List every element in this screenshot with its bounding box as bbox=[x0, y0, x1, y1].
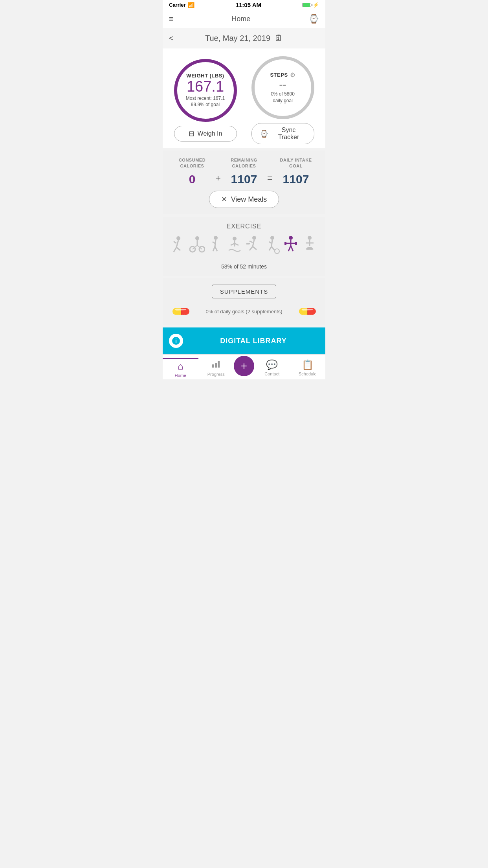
page-title: Home bbox=[231, 15, 250, 23]
remaining-calories-col: REMAININGCALORIES 1107 bbox=[221, 157, 267, 186]
steps-value: -- bbox=[279, 79, 286, 91]
carrier-label: Carrier bbox=[169, 2, 186, 8]
svg-line-3 bbox=[174, 247, 176, 252]
svg-line-29 bbox=[269, 242, 272, 243]
add-button[interactable]: + bbox=[234, 356, 254, 376]
nav-contact[interactable]: 💬 Contact bbox=[254, 359, 290, 376]
svg-point-27 bbox=[270, 236, 274, 240]
weight-circle: WEIGHT (LBS) 167.1 Most recent: 167.1 99… bbox=[174, 59, 237, 122]
weigh-in-label: Weigh In bbox=[198, 130, 222, 137]
gear-icon[interactable]: ⚙ bbox=[290, 71, 295, 79]
supplements-title: SUPPLEMENTS bbox=[212, 285, 277, 298]
pill-icon-right: 💊 bbox=[296, 300, 318, 322]
steps-circle: STEPS ⚙ -- 0% of 5800 daily goal bbox=[251, 56, 314, 119]
weight-goal-percent: 99.9% of goal bbox=[191, 101, 220, 108]
svg-rect-36 bbox=[284, 242, 286, 245]
sync-tracker-label: Sync Tracker bbox=[272, 127, 306, 141]
lift-icon bbox=[283, 235, 299, 259]
remaining-label: REMAININGCALORIES bbox=[221, 157, 267, 169]
home-label: Home bbox=[175, 373, 186, 378]
back-button[interactable]: < bbox=[169, 34, 174, 43]
status-bar: Carrier 📶 11:05 AM ⚡ bbox=[163, 0, 325, 10]
svg-line-4 bbox=[176, 247, 180, 250]
contact-icon: 💬 bbox=[266, 359, 278, 370]
svg-line-1 bbox=[176, 240, 178, 247]
daily-label: DAILY INTAKEGOAL bbox=[273, 157, 319, 169]
exercise-title: EXERCISE bbox=[169, 223, 319, 230]
calories-section: CONSUMEDCALORIES 0 + REMAININGCALORIES 1… bbox=[163, 151, 325, 214]
svg-point-11 bbox=[214, 236, 218, 240]
nav-schedule[interactable]: 📋 Schedule bbox=[290, 359, 326, 376]
svg-line-38 bbox=[288, 246, 291, 251]
pill-left: 💊 bbox=[173, 304, 189, 319]
progress-label: Progress bbox=[207, 372, 225, 377]
tracker-icon: ⌚ bbox=[260, 129, 268, 138]
pill-icon-left: 💊 bbox=[170, 300, 191, 322]
consumed-label: CONSUMEDCALORIES bbox=[169, 157, 215, 169]
remaining-value: 1107 bbox=[221, 173, 267, 186]
date-label: Tue, May 21, 2019 bbox=[205, 34, 270, 43]
supplements-content: 💊 0% of daily goals (2 supplements) 💊 bbox=[169, 304, 319, 319]
schedule-icon: 📋 bbox=[302, 359, 314, 370]
daily-intake-col: DAILY INTAKEGOAL 1107 bbox=[273, 157, 319, 186]
library-label: DIGITAL LIBRARY bbox=[188, 337, 319, 345]
date-bar: < Tue, May 21, 2019 🗓 bbox=[163, 28, 325, 48]
svg-line-22 bbox=[250, 241, 253, 243]
steps-goal-label: daily goal bbox=[273, 97, 293, 104]
svg-line-13 bbox=[213, 242, 215, 243]
weight-recent: Most recent: 167.1 bbox=[186, 95, 225, 102]
consumed-calories-col: CONSUMEDCALORIES 0 bbox=[169, 157, 215, 186]
steps-label: STEPS bbox=[270, 72, 288, 78]
svg-line-23 bbox=[250, 246, 253, 250]
utensils-icon: ✕ bbox=[221, 195, 227, 204]
status-left: Carrier 📶 bbox=[169, 2, 194, 8]
svg-point-20 bbox=[252, 236, 256, 240]
svg-text:i: i bbox=[175, 338, 177, 344]
wifi-icon: 📶 bbox=[188, 2, 194, 8]
svg-line-21 bbox=[253, 240, 254, 246]
status-right: ⚡ bbox=[303, 2, 319, 8]
calories-row: CONSUMEDCALORIES 0 + REMAININGCALORIES 1… bbox=[169, 157, 319, 186]
sync-tracker-button[interactable]: ⌚ Sync Tracker bbox=[251, 123, 314, 144]
svg-line-15 bbox=[215, 246, 217, 251]
swim-icon bbox=[227, 235, 242, 259]
circles-section: WEIGHT (LBS) 167.1 Most recent: 167.1 99… bbox=[163, 48, 325, 148]
walk-icon bbox=[208, 235, 224, 259]
scale-icon: ⊟ bbox=[189, 129, 194, 138]
steps-container: STEPS ⚙ -- 0% of 5800 daily goal ⌚ Sync … bbox=[251, 56, 314, 144]
svg-rect-46 bbox=[215, 363, 217, 368]
svg-rect-37 bbox=[295, 242, 297, 245]
weigh-in-button[interactable]: ⊟ Weigh In bbox=[174, 126, 237, 142]
menu-button[interactable]: ≡ bbox=[169, 15, 174, 24]
supplements-progress: 0% of daily goals (2 supplements) bbox=[189, 309, 299, 314]
svg-point-0 bbox=[176, 236, 180, 240]
digital-library-section[interactable]: i DIGITAL LIBRARY bbox=[163, 327, 325, 354]
exercise-progress: 58% of 52 minutes bbox=[169, 263, 319, 270]
nav-home[interactable]: ⌂ Home bbox=[163, 358, 198, 378]
steps-progress: 0% of 5800 bbox=[271, 91, 295, 97]
consumed-value: 0 bbox=[169, 173, 215, 186]
svg-point-40 bbox=[308, 236, 312, 240]
svg-line-39 bbox=[291, 246, 293, 251]
contact-label: Contact bbox=[264, 371, 279, 376]
svg-point-16 bbox=[233, 237, 237, 241]
weight-container: WEIGHT (LBS) 167.1 Most recent: 167.1 99… bbox=[174, 59, 237, 142]
svg-rect-45 bbox=[212, 364, 214, 368]
watch-button[interactable]: ⌚ bbox=[308, 14, 319, 24]
pill-right: 💊 bbox=[299, 304, 315, 319]
status-time: 11:05 AM bbox=[236, 2, 261, 8]
equals-operator: = bbox=[267, 157, 273, 184]
plus-icon: + bbox=[241, 360, 247, 372]
svg-line-31 bbox=[272, 246, 275, 250]
exercise-icons-row bbox=[169, 235, 319, 259]
home-icon: ⌂ bbox=[178, 361, 183, 372]
weight-value: 167.1 bbox=[187, 79, 224, 95]
view-meals-button[interactable]: ✕ View Meals bbox=[209, 191, 279, 208]
svg-point-5 bbox=[195, 236, 199, 240]
calendar-button[interactable]: 🗓 bbox=[274, 33, 283, 43]
nav-progress[interactable]: Progress bbox=[198, 359, 234, 377]
svg-line-24 bbox=[253, 246, 257, 250]
plus-operator: + bbox=[215, 157, 221, 184]
meditate-icon bbox=[302, 235, 317, 259]
schedule-label: Schedule bbox=[299, 371, 317, 376]
